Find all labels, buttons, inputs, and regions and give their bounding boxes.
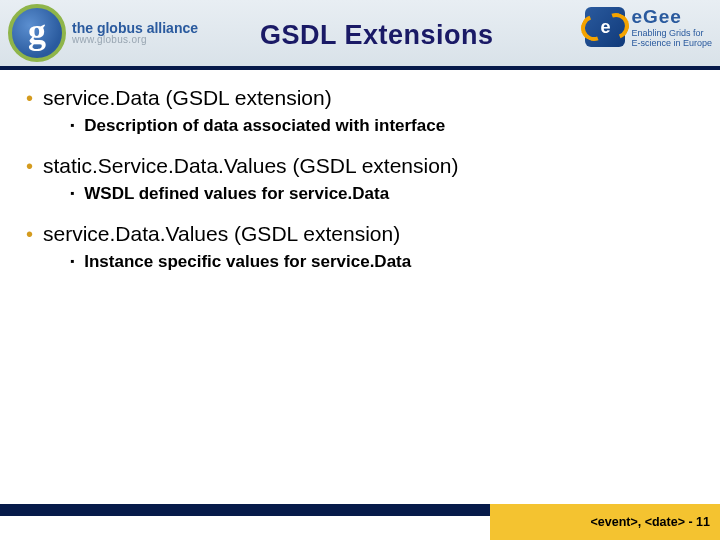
egee-tag1: Enabling Grids for	[631, 28, 712, 38]
bullet-2-sub: ▪ WSDL defined values for service.Data	[70, 184, 694, 204]
subbullet-icon: ▪	[70, 255, 74, 267]
bullet-3-text: service.Data.Values (GSDL extension)	[43, 222, 400, 246]
slide-body: • service.Data (GSDL extension) ▪ Descri…	[26, 86, 694, 290]
bullet-2-text: static.Service.Data.Values (GSDL extensi…	[43, 154, 459, 178]
bullet-1-sub: ▪ Description of data associated with in…	[70, 116, 694, 136]
egee-brand: eGee	[631, 6, 712, 28]
bullet-1-text: service.Data (GSDL extension)	[43, 86, 332, 110]
globus-line2: www.globus.org	[72, 35, 198, 45]
egee-tag2: E-science in Europe	[631, 38, 712, 48]
globus-logo: the globus alliance www.globus.org	[8, 4, 198, 62]
bullet-3-sub-text: Instance specific values for service.Dat…	[84, 252, 411, 272]
bullet-1: • service.Data (GSDL extension) ▪ Descri…	[26, 86, 694, 136]
footer-meta: <event>, <date> - 11	[590, 515, 710, 529]
subbullet-icon: ▪	[70, 119, 74, 131]
bullet-1-sub-text: Description of data associated with inte…	[84, 116, 445, 136]
bullet-icon: •	[26, 88, 33, 108]
bullet-2-sub-text: WSDL defined values for service.Data	[84, 184, 389, 204]
egee-text: eGee Enabling Grids for E-science in Eur…	[631, 6, 712, 49]
bullet-3-sub: ▪ Instance specific values for service.D…	[70, 252, 694, 272]
egee-icon: e	[585, 7, 625, 47]
bullet-3: • service.Data.Values (GSDL extension) ▪…	[26, 222, 694, 272]
globus-icon	[8, 4, 66, 62]
footer-accent: <event>, <date> - 11	[490, 504, 720, 540]
header: the globus alliance www.globus.org GSDL …	[0, 0, 720, 70]
bullet-2: • static.Service.Data.Values (GSDL exten…	[26, 154, 694, 204]
globus-text: the globus alliance www.globus.org	[72, 21, 198, 45]
bullet-icon: •	[26, 224, 33, 244]
subbullet-icon: ▪	[70, 187, 74, 199]
slide-title: GSDL Extensions	[260, 20, 494, 51]
egee-logo: e eGee Enabling Grids for E-science in E…	[585, 6, 712, 49]
bullet-icon: •	[26, 156, 33, 176]
slide: the globus alliance www.globus.org GSDL …	[0, 0, 720, 540]
globus-line1: the globus alliance	[72, 21, 198, 35]
